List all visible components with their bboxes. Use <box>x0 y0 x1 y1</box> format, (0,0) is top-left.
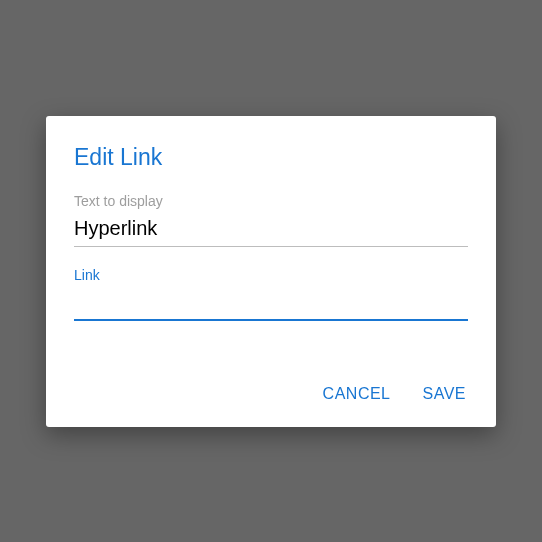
text-to-display-field: Text to display <box>74 193 468 247</box>
edit-link-dialog: Edit Link Text to display Link CANCEL SA… <box>46 116 496 427</box>
link-input[interactable] <box>74 289 468 321</box>
link-label: Link <box>74 267 468 283</box>
cancel-button[interactable]: CANCEL <box>321 379 393 409</box>
link-field: Link <box>74 267 468 321</box>
dialog-actions: CANCEL SAVE <box>74 371 468 409</box>
text-to-display-label: Text to display <box>74 193 468 209</box>
text-to-display-input[interactable] <box>74 215 468 247</box>
dialog-title: Edit Link <box>74 144 468 171</box>
save-button[interactable]: SAVE <box>421 379 469 409</box>
